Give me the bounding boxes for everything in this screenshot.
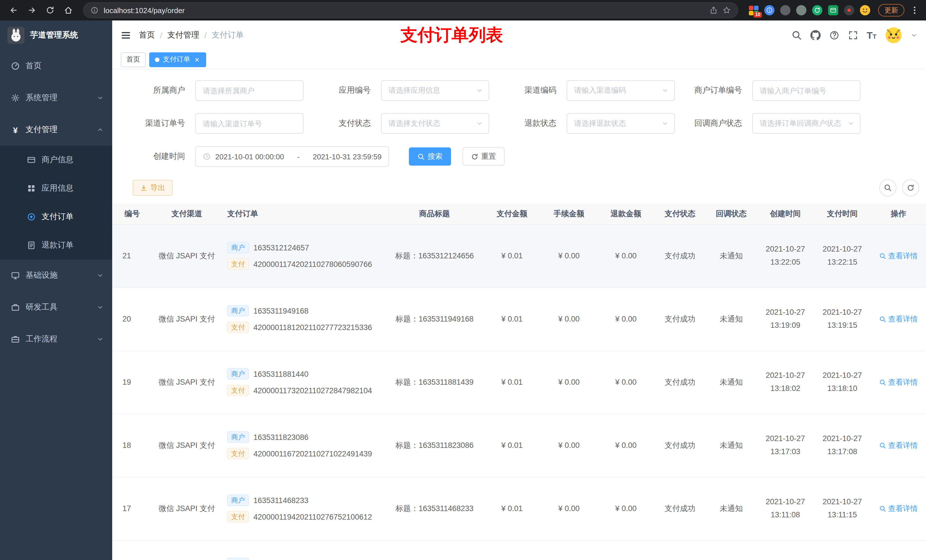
search-icon[interactable]	[791, 30, 802, 41]
view-detail-link[interactable]: 查看详情	[879, 314, 918, 324]
extension-icon[interactable]	[844, 5, 854, 15]
page-title-annotation: 支付订单列表	[400, 24, 503, 47]
table-row[interactable]: 21 微信 JSAPI 支付 商户 1635312124657 支付 42000…	[112, 224, 926, 287]
pay-time-cell: 2021-10-27 13:11:15	[814, 477, 871, 540]
app-no-select[interactable]: 请选择应用信息	[381, 80, 489, 101]
refund-amount-cell: ¥ 0.00	[598, 224, 654, 287]
channel-code-select[interactable]: 请输入渠道编码	[567, 80, 675, 101]
breadcrumb-payment[interactable]: 支付管理	[168, 30, 199, 41]
col-id: 编号	[112, 204, 152, 224]
forward-icon[interactable]	[24, 2, 40, 18]
bookmark-star-icon[interactable]	[723, 6, 731, 14]
sidebar-item-app-info[interactable]: 应用信息	[0, 174, 112, 202]
create-time-range[interactable]: 2021-10-01 00:00:00 - 2021-10-31 23:59:5…	[195, 146, 389, 167]
table-row[interactable]: 18 微信 JSAPI 支付 商户 1635311823086 支付 42000…	[112, 414, 926, 477]
chevron-down-icon[interactable]	[911, 32, 917, 39]
callback-status-cell: 未通知	[706, 287, 757, 350]
font-size-icon[interactable]: TT	[867, 30, 876, 40]
sidebar-item-system[interactable]: 系统管理	[0, 82, 112, 114]
reload-icon[interactable]	[42, 2, 58, 18]
refund-status-select[interactable]: 请选择退款状态	[567, 113, 675, 134]
sidebar-item-refund-order[interactable]: 退款订单	[0, 231, 112, 260]
filter-field: 应用编号 请选择应用信息	[309, 80, 489, 101]
extension-icon[interactable]	[796, 5, 806, 15]
col-callback-status: 回调状态	[706, 204, 757, 224]
sidebar-item-home[interactable]: 首页	[0, 50, 112, 82]
refresh-button[interactable]	[902, 179, 919, 196]
table-row[interactable]: 19 微信 JSAPI 支付 商户 1635311881440 支付 42000…	[112, 350, 926, 414]
extension-icon[interactable]	[780, 5, 790, 15]
user-avatar[interactable]	[885, 27, 902, 44]
pay-amount-cell: ¥ 0.01	[484, 477, 540, 540]
github-icon[interactable]	[810, 30, 821, 41]
merchant-tag: 商户	[227, 432, 249, 443]
view-detail-link[interactable]: 查看详情	[879, 377, 918, 387]
sidebar-item-infra[interactable]: 基础设施	[0, 260, 112, 291]
hamburger-icon[interactable]	[121, 30, 131, 41]
callback-status-cell: 未通知	[706, 414, 757, 477]
extension-icon[interactable]	[828, 5, 838, 15]
toggle-search-button[interactable]	[879, 179, 896, 196]
col-actions: 操作	[871, 204, 926, 224]
share-icon[interactable]	[710, 6, 717, 14]
browser-menu-icon[interactable]	[909, 6, 920, 15]
search-button[interactable]: 搜索	[409, 147, 451, 166]
merchant-order-no: 1635311468233	[253, 496, 309, 504]
pay-amount-cell: ¥ 0.01	[484, 287, 540, 350]
table-row[interactable]: 17 微信 JSAPI 支付 商户 1635311468233 支付 42000…	[112, 477, 926, 540]
extension-icon[interactable]	[812, 5, 822, 15]
profile-avatar-icon[interactable]	[860, 5, 870, 15]
fee-amount-cell: ¥ 0.00	[540, 414, 598, 477]
view-detail-link[interactable]: 查看详情	[879, 251, 918, 261]
actions-cell: 查看详情	[871, 477, 926, 540]
pay-status-select[interactable]: 请选择支付状态	[381, 113, 489, 134]
breadcrumb-home[interactable]: 首页	[139, 30, 155, 41]
tab-home[interactable]: 首页	[121, 52, 146, 67]
order-id-cell: 17	[112, 477, 152, 540]
site-info-icon[interactable]	[91, 6, 98, 14]
sidebar-item-workflow[interactable]: 工作流程	[0, 323, 112, 355]
browser-home-icon[interactable]	[61, 2, 76, 18]
fee-amount-cell	[540, 540, 598, 560]
sidebar-item-pay-order[interactable]: 支付订单	[0, 202, 112, 231]
table-row[interactable]: 商户 1635311157796 支付 查看详情	[112, 540, 926, 560]
sidebar-item-dev-tools[interactable]: 研发工具	[0, 291, 112, 323]
reset-button[interactable]: 重置	[462, 147, 505, 166]
pay-order-cell: 商户 1635311468233 支付 42000011942021102767…	[221, 477, 386, 540]
chevron-down-icon	[97, 304, 104, 311]
product-title-cell: 标题：1635311881439	[386, 350, 484, 414]
url-bar[interactable]: localhost:1024/pay/order	[83, 2, 738, 18]
pay-channel-cell: 微信 JSAPI 支付	[152, 350, 221, 414]
chrome-update-button[interactable]: 更新	[878, 4, 904, 17]
export-button[interactable]: 导出	[133, 180, 172, 196]
view-detail-link[interactable]: 查看详情	[879, 440, 918, 450]
view-detail-link[interactable]: 查看详情	[879, 503, 918, 514]
merchant-input[interactable]	[195, 80, 304, 101]
pay-amount-cell	[484, 540, 540, 560]
callback-status-select[interactable]: 请选择订单回调商户状态	[752, 113, 861, 134]
tab-bar: 首页 支付订单	[112, 50, 926, 69]
back-icon[interactable]	[6, 2, 22, 18]
sidebar-item-merchant-info[interactable]: 商户信息	[0, 146, 112, 174]
browser-chrome: localhost:1024/pay/order 10 更新	[0, 0, 926, 21]
fee-amount-cell: ¥ 0.00	[540, 287, 598, 350]
col-pay-time: 支付时间	[814, 204, 871, 224]
content: 所属商户 应用编号 请选择应用信息 渠道编码 请输入渠道编码	[112, 69, 926, 560]
pin-extension-icon[interactable]	[764, 5, 775, 15]
url-text[interactable]: localhost:1024/pay/order	[104, 6, 705, 15]
close-icon[interactable]	[194, 56, 200, 63]
merchant-order-no: 1635311823086	[253, 433, 309, 441]
help-icon[interactable]	[829, 30, 840, 41]
callback-status-cell	[706, 540, 757, 560]
extension-icon[interactable]: 10	[748, 5, 758, 15]
merchant-order-no-input[interactable]	[752, 80, 861, 101]
channel-order-no-input[interactable]	[195, 113, 304, 134]
top-navbar: 首页 / 支付管理 / 支付订单 支付订单列表 TT	[112, 21, 926, 50]
sidebar-item-payment[interactable]: ¥ 支付管理	[0, 114, 112, 146]
tab-pay-order[interactable]: 支付订单	[149, 52, 206, 67]
pay-order-no: 4200001194202110276752100612	[253, 512, 372, 521]
fullscreen-icon[interactable]	[848, 30, 858, 41]
monitor-icon	[11, 271, 20, 280]
col-pay-status: 支付状态	[654, 204, 706, 224]
table-row[interactable]: 20 微信 JSAPI 支付 商户 1635311949168 支付 42000…	[112, 287, 926, 350]
